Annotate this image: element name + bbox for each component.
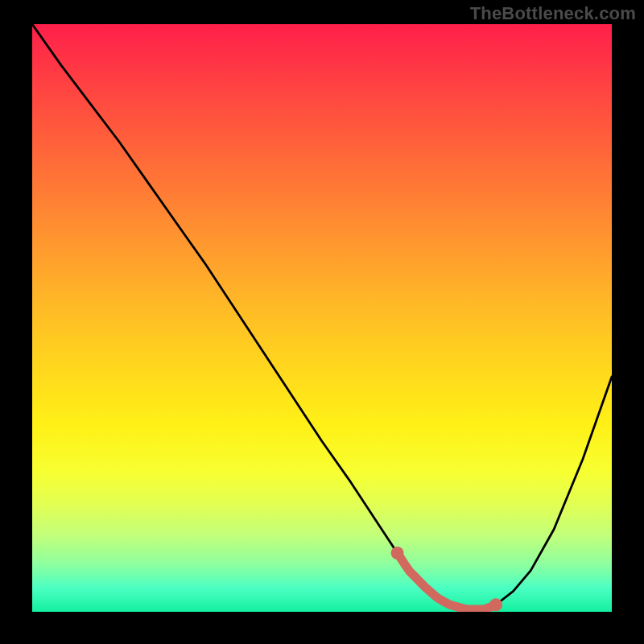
optimal-range-segment bbox=[398, 553, 496, 609]
bottleneck-curve-svg bbox=[32, 24, 612, 612]
watermark-text: TheBottleneck.com bbox=[470, 3, 636, 24]
chart-plot-area bbox=[32, 24, 612, 612]
optimal-range-start-dot bbox=[391, 547, 404, 559]
bottleneck-curve bbox=[32, 24, 612, 609]
optimal-range-end-dot bbox=[489, 598, 502, 611]
